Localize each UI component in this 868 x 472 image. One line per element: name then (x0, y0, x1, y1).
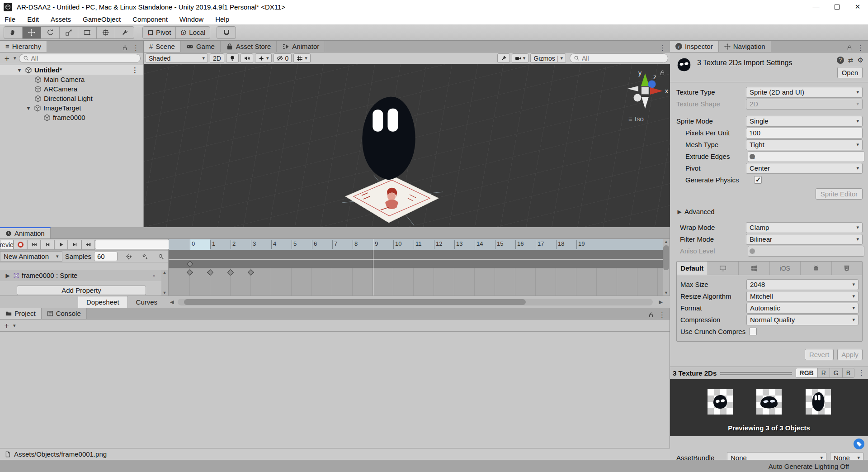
close-button[interactable]: ✕ (847, 0, 868, 14)
foldout-icon[interactable]: ▼ (25, 105, 32, 111)
record-button[interactable] (14, 240, 27, 250)
timeline-ruler[interactable]: 012345678910111213141516171819 (169, 239, 663, 250)
tab-animation[interactable]: Animation (0, 227, 51, 238)
preview-header[interactable]: 3 Texture 2Ds RGB R G B ⋮ (670, 367, 868, 379)
scene-audio-toggle[interactable] (241, 53, 253, 63)
hand-tool-button[interactable] (4, 27, 23, 38)
hierarchy-item-imagetarget[interactable]: ▼ ImageTarget (0, 103, 143, 113)
menu-file[interactable]: File (5, 15, 15, 23)
filter-mode-dropdown[interactable]: Bilinear▾ (746, 234, 863, 245)
tab-navigation[interactable]: Navigation (719, 41, 771, 52)
keyframe-diamond[interactable] (227, 269, 234, 276)
menu-assets[interactable]: Assets (51, 15, 71, 23)
add-keyframe-target-button[interactable] (122, 252, 136, 262)
panel-menu-icon[interactable]: ⋮ (857, 44, 864, 52)
tab-inspector[interactable]: iInspector (670, 41, 719, 52)
tab-animator[interactable]: Animator (277, 41, 325, 52)
tab-asset-store[interactable]: Asset Store (221, 41, 277, 52)
tab-scene[interactable]: #Scene (144, 41, 181, 52)
keyframe-diamond[interactable] (187, 261, 193, 267)
dopesheet-vscrollbar[interactable]: ▲▼ (663, 239, 670, 296)
format-dropdown[interactable]: Automatic▾ (746, 303, 859, 314)
scene-visibility-toggle[interactable]: 0 (274, 53, 292, 63)
panel-menu-icon[interactable]: ⋮ (659, 311, 666, 319)
channel-b-button[interactable]: B (843, 368, 854, 377)
scene-search[interactable] (570, 53, 668, 63)
platform-tab-windows[interactable] (739, 262, 770, 275)
pixels-per-unit-field[interactable] (746, 128, 863, 138)
panel-menu-icon[interactable]: ⋮ (132, 44, 140, 52)
grid-snap-button[interactable] (217, 27, 236, 38)
menu-gameobject[interactable]: GameObject (83, 15, 121, 23)
samples-field[interactable] (94, 252, 118, 261)
platform-tab-webgl[interactable] (832, 262, 863, 275)
project-add-caret[interactable]: ▾ (13, 323, 16, 329)
advanced-foldout-icon[interactable]: ▶ (676, 209, 683, 215)
hscroll-right-icon[interactable]: ▶ (659, 299, 663, 305)
scene-lighting-toggle[interactable] (226, 53, 239, 63)
foldout-icon[interactable]: ▶ (5, 272, 11, 279)
preview-toggle[interactable]: Preview (0, 240, 14, 250)
shading-mode-dropdown[interactable]: Shaded▾ (146, 53, 208, 63)
tab-curves[interactable]: Curves (128, 296, 166, 308)
channel-g-button[interactable]: G (830, 368, 843, 377)
create-add-button[interactable]: ＋ (3, 53, 11, 64)
rotate-tool-button[interactable] (41, 27, 60, 38)
maximize-button[interactable] (826, 0, 847, 14)
platform-tab-ios[interactable]: iOS (770, 262, 801, 275)
sprite-mode-dropdown[interactable]: Single▾ (746, 116, 863, 127)
move-tool-button[interactable] (23, 27, 41, 38)
hierarchy-search[interactable] (19, 54, 141, 63)
grid-visibility-dropdown[interactable]: ▾ (293, 53, 311, 63)
keyframe-diamond[interactable] (187, 269, 193, 276)
last-key-button[interactable] (81, 240, 95, 250)
assetbundle-dropdown[interactable]: None▾ (727, 452, 826, 460)
platform-tab-android[interactable] (801, 262, 832, 275)
hierarchy-item-frame0000[interactable]: frame0000 (0, 113, 143, 122)
play-animation-button[interactable] (54, 240, 68, 250)
tab-project[interactable]: Project (0, 308, 42, 319)
menu-help[interactable]: Help (215, 15, 229, 23)
tab-console[interactable]: Console (42, 308, 87, 319)
create-add-caret[interactable]: ▾ (14, 55, 16, 61)
hierarchy-item-arcamera[interactable]: ARCamera (0, 84, 143, 94)
pivot-dropdown[interactable]: Center▾ (746, 163, 863, 174)
scene-camera-dropdown[interactable]: ▾ (512, 53, 529, 63)
animated-property-row[interactable]: ▶ frame0000 : Sprite ◦ (0, 270, 161, 281)
presets-icon[interactable]: ⇄ (848, 57, 854, 64)
menu-edit[interactable]: Edit (27, 15, 39, 23)
scene-effects-dropdown[interactable]: ▾ (255, 53, 272, 63)
tab-hierarchy[interactable]: ≡Hierarchy (0, 41, 47, 52)
keyframe-diamond[interactable] (207, 269, 213, 276)
keyframe-diamond[interactable] (248, 269, 254, 276)
menu-component[interactable]: Component (132, 15, 168, 23)
menu-window[interactable]: Window (179, 15, 203, 23)
scale-tool-button[interactable] (60, 27, 78, 38)
next-key-button[interactable] (68, 240, 81, 250)
hierarchy-item-main-camera[interactable]: Main Camera (0, 75, 143, 84)
dopesheet-timeline[interactable]: 012345678910111213141516171819 (169, 239, 663, 296)
revert-button[interactable]: Revert (805, 349, 834, 360)
scene-search-input[interactable] (582, 55, 664, 62)
texture-type-dropdown[interactable]: Sprite (2D and UI)▾ (746, 87, 863, 98)
sprite-object-frame0000[interactable] (355, 91, 422, 186)
advanced-label[interactable]: Advanced (684, 208, 715, 215)
add-event-button[interactable] (155, 252, 168, 262)
add-keyframe-button[interactable] (138, 252, 152, 262)
pivot-toggle[interactable]: Pivot (143, 27, 176, 38)
assetbundle-variant-dropdown[interactable]: None▾ (830, 452, 863, 460)
lock-icon[interactable] (846, 45, 853, 51)
project-add-button[interactable]: ＋ (3, 320, 10, 331)
property-scrollbar[interactable]: ▲▼ (161, 270, 168, 296)
platform-tab-default[interactable]: Default (677, 262, 708, 275)
custom-tool-button[interactable] (115, 27, 134, 38)
projection-toggle[interactable]: ≡Iso (628, 115, 644, 123)
max-size-dropdown[interactable]: 2048▾ (746, 279, 859, 290)
minimize-button[interactable]: — (806, 0, 826, 14)
tab-game[interactable]: Game (181, 41, 221, 52)
2d-toggle[interactable]: 2D (210, 53, 224, 63)
hierarchy-scene-row[interactable]: ▼ Untitled* ⋮ (0, 65, 143, 75)
lock-icon[interactable] (122, 45, 128, 51)
foldout-icon[interactable]: ▼ (16, 67, 23, 73)
scene-lock-icon[interactable] (659, 70, 665, 76)
